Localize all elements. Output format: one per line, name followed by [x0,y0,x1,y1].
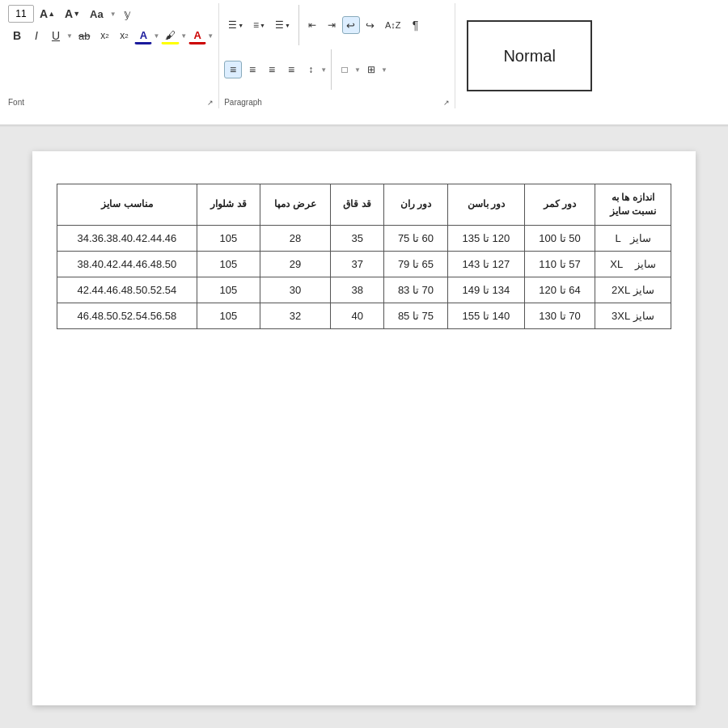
row2-inseam: 37 [330,251,383,277]
header-cell-hip: دور باسن [447,184,525,226]
change-case-btn[interactable]: Aa [86,5,108,23]
rtl-text-btn[interactable]: ↩ [342,16,360,34]
row4-waist: 70 تا 130 [525,303,595,328]
table-row: سایز 2XL 64 تا 120 134 تا 149 70 تا 83 3… [57,277,671,303]
header-cell-inseam: قد قاق [330,184,383,226]
header-cell-length: قد شلوار [197,184,260,226]
row2-hip: 127 تا 143 [447,251,525,277]
row4-size: سایز 3XL [595,303,671,328]
header-cell-width: عرض دمپا [260,184,331,226]
row4-suitable: 46.48.50.52.54.56.58 [57,303,197,328]
row2-length: 105 [197,251,260,277]
row1-inseam: 35 [330,225,383,251]
row4-inseam: 40 [330,303,383,328]
bullets-btn[interactable]: ☰▼ [224,16,248,34]
header-cell-waist: دور کمر [525,184,595,226]
line-spacing-btn[interactable]: ↕ [302,61,320,78]
increase-font-btn[interactable]: A▲ [36,5,59,23]
font-size-input[interactable]: 11 [8,5,34,23]
row1-width: 28 [260,225,331,251]
table-row: سایز 3XL 70 تا 130 140 تا 155 75 تا 85 4… [57,303,671,328]
show-marks-btn[interactable]: ¶ [407,16,425,34]
sort-btn[interactable]: A↕Z [381,16,405,34]
font-color-btn[interactable]: A [134,27,152,44]
table-header-row: اندازه ها بهنسبت سایز دور کمر دور باسن د… [57,184,671,226]
content-area: اندازه ها بهنسبت سایز دور کمر دور باسن د… [0,127,728,728]
superscript-btn[interactable]: x2 [115,27,133,44]
numbering-btn[interactable]: ≡▼ [249,16,269,34]
size-table: اندازه ها بهنسبت سایز دور کمر دور باسن د… [57,184,671,329]
ltr-text-btn[interactable]: ↪ [362,16,379,34]
header-cell-suitable: مناسب سایز [57,184,197,226]
row3-length: 105 [197,277,260,303]
clear-format-btn[interactable]: 𝕪 [119,5,137,23]
row3-size: سایز 2XL [595,277,671,303]
align-center-btn[interactable]: ≡ [243,61,261,78]
row4-length: 105 [197,303,260,328]
header-cell-size-label: اندازه ها بهنسبت سایز [595,184,671,226]
table-row: سایز L 50 تا 100 120 تا 135 60 تا 75 35 … [57,225,671,251]
decrease-font-btn[interactable]: A▼ [61,5,84,23]
row4-width: 32 [260,303,331,328]
row3-thigh: 70 تا 83 [384,277,447,303]
highlight-btn[interactable]: 🖌 [161,27,180,44]
normal-style-box[interactable]: Normal [467,20,592,91]
row1-size: سایز L [595,225,671,251]
row1-thigh: 60 تا 75 [384,225,447,251]
justify-btn[interactable]: ≡ [282,61,300,78]
row3-suitable: 42.44.46.48.50.52.54 [57,277,197,303]
table-row: سایز XL 57 تا 110 127 تا 143 65 تا 79 37… [57,251,671,277]
row2-waist: 57 تا 110 [525,251,595,277]
align-right-btn[interactable]: ≡ [263,61,281,78]
row2-width: 29 [260,251,331,277]
row2-size: سایز XL [595,251,671,277]
row1-hip: 120 تا 135 [447,225,525,251]
normal-style-label: Normal [503,47,555,66]
underline-btn[interactable]: U [47,27,65,44]
subscript-btn[interactable]: x2 [95,27,113,44]
bold-btn[interactable]: B [8,27,26,44]
paragraph-section: ☰▼ ≡▼ ☰▼ ⇤ ⇥ ↩ ↪ A↕Z ¶ ≡ ≡ ≡ ≡ [221,3,455,108]
row1-waist: 50 تا 100 [525,225,595,251]
borders-btn[interactable]: ⊞ [362,61,380,78]
row4-thigh: 75 تا 85 [384,303,447,328]
paragraph-label: Paragraph ↗ [224,95,450,107]
styles-section: Normal [457,3,602,108]
row1-suitable: 34.36.38.40.42.44.46 [57,225,197,251]
multilevel-list-btn[interactable]: ☰▼ [271,16,294,34]
row1-length: 105 [197,225,260,251]
document-page: اندازه ها بهنسبت سایز دور کمر دور باسن د… [32,151,696,705]
increase-indent-btn[interactable]: ⇥ [323,16,341,34]
ribbon: 11 A▲ A▼ Aa ▼ 𝕪 B I U ▼ ab x2 x2 A ▼ [0,0,728,125]
shading-btn[interactable]: □ [336,61,353,78]
font-section: 11 A▲ A▼ Aa ▼ 𝕪 B I U ▼ ab x2 x2 A ▼ [5,3,219,108]
row3-waist: 64 تا 120 [525,277,595,303]
row2-thigh: 65 تا 79 [384,251,447,277]
text-color-btn[interactable]: A [188,27,206,44]
row2-suitable: 38.40.42.44.46.48.50 [57,251,197,277]
row3-hip: 134 تا 149 [447,277,525,303]
header-cell-thigh: دور ران [384,184,447,226]
align-left-btn[interactable]: ≡ [224,61,242,78]
row3-inseam: 38 [330,277,383,303]
row3-width: 30 [260,277,331,303]
decrease-indent-btn[interactable]: ⇤ [303,16,321,34]
row4-hip: 140 تا 155 [447,303,525,328]
italic-btn[interactable]: I [28,27,45,44]
strikethrough-btn[interactable]: ab [74,27,94,44]
font-label: Font ↗ [8,95,214,107]
